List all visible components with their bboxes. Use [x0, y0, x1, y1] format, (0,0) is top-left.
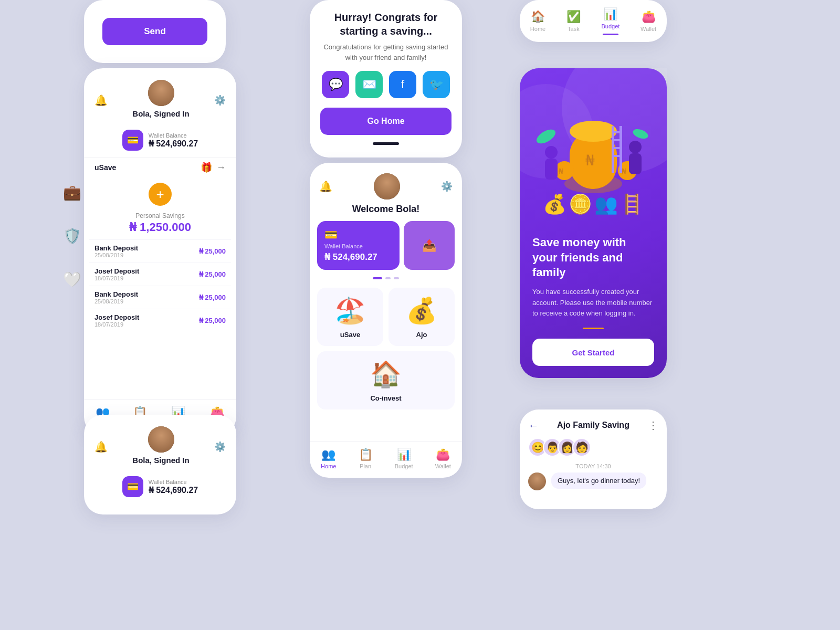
gear-icon[interactable]: ⚙️ [214, 94, 226, 106]
purple-card-subtitle: You have successfully created your accou… [532, 287, 654, 319]
wallet-cards-row: 💳 Wallet Balance ₦ 524,690.27 📤 [310, 221, 462, 270]
bottom-nav-welcome: 👥 Home 📋 Plan 📊 Budget 👛 Wallet [310, 441, 462, 478]
feature-usave-label: uSave [340, 331, 360, 339]
purple-card-title: Save money with your friends and family [532, 235, 654, 280]
txn-name: Josef Deposit [94, 313, 139, 321]
wallet-card-icon: 💳 [324, 228, 392, 241]
go-home-button[interactable]: Go Home [320, 108, 452, 135]
welcome-name: Welcome Bola! [310, 204, 462, 221]
congrats-title: Hurray! Congrats for starting a saving..… [320, 10, 452, 38]
congrats-card: Hurray! Congrats for starting a saving..… [310, 0, 462, 158]
share-twitter-button[interactable]: 🐦 [423, 71, 450, 98]
gear-icon[interactable]: ⚙️ [441, 181, 453, 192]
feature-usave[interactable]: 🏖️ uSave [317, 288, 383, 346]
share-email-button[interactable]: ✉️ [355, 71, 383, 98]
budget-nav-wallet[interactable]: 👛 Wallet [640, 10, 656, 32]
svg-point-18 [534, 127, 558, 146]
nav-home-welcome-label: Home [321, 463, 336, 469]
briefcase-icon[interactable]: 💼 [63, 184, 81, 201]
ajo-card: ← Ajo Family Saving ⋮ 😊 👨 👩 🧑 TODAY 14:3… [520, 410, 667, 509]
table-row: Josef Deposit 18/07/2019 ₦ 25,000 [89, 309, 231, 332]
carousel-dots [310, 277, 462, 279]
add-button[interactable]: + [149, 183, 172, 206]
wallet-card[interactable]: 💳 Wallet Balance ₦ 524,690.27 [317, 221, 400, 270]
heart-icon[interactable]: 🤍 [63, 271, 81, 288]
ajo-timestamp: TODAY 14:30 [520, 463, 667, 469]
gear-icon-bottom[interactable]: ⚙️ [214, 441, 226, 453]
nav-budget-welcome[interactable]: 📊 Budget [395, 448, 413, 469]
budget-nav-home[interactable]: 🏠 Home [530, 10, 545, 32]
wallet-amount: ₦ 524,690.27 [149, 139, 198, 149]
table-row: Bank Deposit 25/08/2019 ₦ 25,000 [89, 239, 231, 262]
bell-icon[interactable]: 🔔 [319, 180, 332, 193]
illustration-svg: ₦ ₦ ₦ [525, 79, 662, 215]
budget-nav-budget-label: Budget [601, 23, 620, 29]
gift-icon: 🎁 [201, 162, 212, 173]
share-facebook-button[interactable]: f [389, 71, 416, 98]
send-button[interactable]: Send [102, 18, 207, 45]
budget-nav-wallet-label: Wallet [640, 26, 656, 32]
home-bottom-card: 🔔 Bola, Signed In ⚙️ 💳 Wallet Balance ₦ … [84, 415, 236, 514]
send-card-small[interactable]: 📤 [404, 221, 455, 270]
txn-name: Josef Deposit [94, 267, 139, 275]
txn-date: 18/07/2019 [94, 321, 139, 328]
ajo-sender-avatar [528, 472, 546, 490]
feature-ajo-label: Ajo [416, 331, 427, 339]
wallet-info-bottom: Wallet Balance ₦ 524,690.27 [149, 479, 198, 495]
txn-amount: ₦ 25,000 [199, 317, 226, 324]
svg-rect-17 [612, 155, 622, 157]
card-header: 🔔 Bola, Signed In ⚙️ [84, 68, 236, 125]
more-icon[interactable]: ⋮ [648, 419, 658, 432]
nav-plan-welcome[interactable]: 📋 Plan [359, 448, 373, 469]
svg-rect-16 [612, 147, 622, 149]
txn-date: 18/07/2019 [94, 275, 139, 281]
txn-date: 25/08/2019 [94, 298, 138, 304]
feature-grid: 🏖️ uSave 💰 Ajo [310, 288, 462, 346]
svg-rect-15 [612, 139, 622, 141]
usave-row[interactable]: uSave 🎁 → [84, 157, 236, 177]
back-icon[interactable]: ← [528, 419, 539, 432]
dot-active [373, 277, 382, 279]
svg-point-2 [570, 121, 617, 142]
wallet-section-bottom: 💳 Wallet Balance ₦ 524,690.27 [84, 472, 236, 503]
feature-ajo[interactable]: 💰 Ajo [388, 288, 455, 346]
share-chat-button[interactable]: 💬 [322, 71, 349, 98]
nav-home-welcome[interactable]: 👥 Home [321, 448, 336, 469]
avatar [374, 173, 400, 200]
txn-amount: ₦ 25,000 [199, 270, 226, 278]
budget-nav-task-label: Task [568, 26, 580, 32]
get-started-button[interactable]: Get Started [532, 339, 654, 366]
dot [394, 277, 399, 279]
ajo-title: Ajo Family Saving [557, 421, 629, 430]
user-name-bottom: Bola, Signed In [132, 456, 189, 465]
budget-nav-card: 🏠 Home ✅ Task 📊 Budget 👛 Wallet [520, 0, 667, 42]
arrow-icon: → [216, 162, 226, 173]
wallet-icon: 💳 [122, 130, 143, 151]
svg-text:₦: ₦ [559, 167, 563, 175]
bell-icon-bottom[interactable]: 🔔 [94, 440, 108, 453]
purple-save-card: 💰🪙👥🪜 ₦ ₦ ₦ [520, 68, 667, 378]
svg-rect-9 [545, 159, 558, 180]
budget-nav-home-label: Home [530, 26, 545, 32]
nav-wallet-welcome[interactable]: 👛 Wallet [435, 448, 451, 469]
txn-name: Bank Deposit [94, 290, 138, 298]
savings-amount: ₦ 1,250.000 [84, 220, 236, 239]
usave-label: uSave [94, 163, 116, 172]
budget-nav-budget[interactable]: 📊 Budget [601, 7, 620, 35]
send-icon: 📤 [422, 239, 436, 253]
wallet-card-label: Wallet Balance [324, 243, 392, 249]
shield-icon[interactable]: 🛡️ [63, 227, 81, 245]
txn-amount: ₦ 25,000 [199, 247, 226, 255]
avatar [148, 80, 174, 106]
dot [385, 277, 391, 279]
feature-coinvest-label: Co-invest [370, 394, 401, 402]
ajo-avatars-row: 😊 👨 👩 🧑 [520, 438, 667, 457]
transaction-list: Bank Deposit 25/08/2019 ₦ 25,000 Josef D… [84, 239, 236, 332]
bell-icon[interactable]: 🔔 [94, 94, 108, 107]
nav-plan-welcome-label: Plan [360, 463, 371, 469]
ajo-illustration: 💰 [403, 295, 440, 327]
welcome-header: 🔔 ⚙️ [310, 163, 462, 204]
feature-coinvest[interactable]: 🏠 Co-invest [317, 351, 455, 410]
budget-nav-task[interactable]: ✅ Task [566, 10, 581, 32]
welcome-card: 🔔 ⚙️ Welcome Bola! 💳 Wallet Balance ₦ 52… [310, 163, 462, 478]
